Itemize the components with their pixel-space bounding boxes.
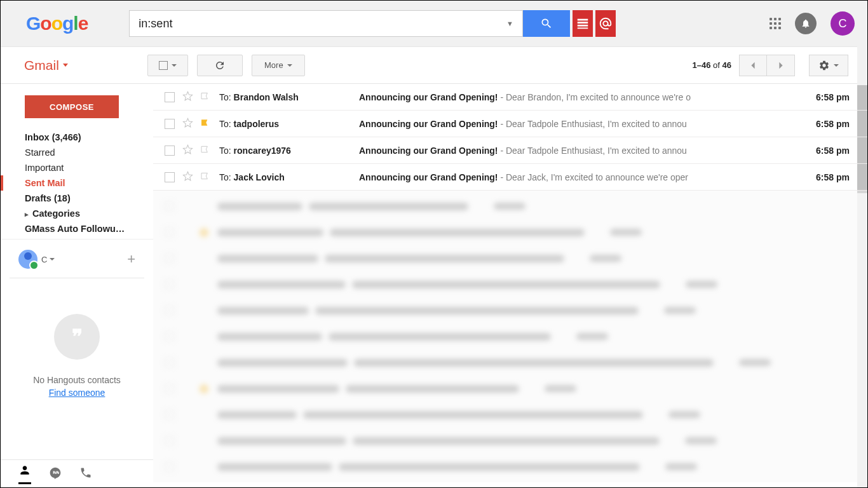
email-row[interactable]: To: Brandon Walsh Announcing our Grand O… bbox=[153, 84, 867, 111]
page-count: 1–46 of 46 bbox=[693, 60, 731, 70]
svg-rect-3 bbox=[578, 27, 588, 29]
label-tag-icon[interactable] bbox=[200, 171, 212, 183]
star-icon[interactable] bbox=[182, 171, 194, 184]
grid-icon bbox=[576, 17, 590, 30]
page-nav bbox=[739, 55, 795, 76]
sidebar-item-4[interactable]: Drafts (18) bbox=[1, 191, 153, 206]
email-subject: Announcing our Grand Opening! - Dear Jac… bbox=[359, 172, 803, 182]
search-container: ▼ bbox=[129, 10, 616, 37]
email-time: 6:58 pm bbox=[816, 92, 850, 102]
sidebar-item-1[interactable]: Starred bbox=[1, 145, 153, 160]
extension-grid-button[interactable] bbox=[573, 10, 593, 37]
email-subject: Announcing our Grand Opening! - Dear Tad… bbox=[359, 119, 803, 129]
header-right: C bbox=[770, 11, 855, 36]
settings-button[interactable] bbox=[809, 55, 848, 76]
hangouts-user-name: C bbox=[41, 255, 55, 264]
chevron-right-icon bbox=[778, 61, 784, 70]
toolbar-actions: More bbox=[147, 55, 305, 76]
row-checkbox[interactable] bbox=[165, 172, 175, 182]
email-subject: Announcing our Grand Opening! - Dear Bra… bbox=[359, 92, 803, 102]
sidebar-item-2[interactable]: Important bbox=[1, 160, 153, 175]
hangouts-quote-icon: ❞ bbox=[54, 314, 100, 360]
search-button[interactable] bbox=[523, 10, 570, 37]
footer-contacts-tab[interactable] bbox=[18, 464, 31, 484]
sidebar-item-3[interactable]: Sent Mail bbox=[1, 175, 153, 191]
extension-at-button[interactable] bbox=[595, 10, 616, 37]
gear-icon bbox=[818, 60, 830, 71]
email-list: To: Brandon Walsh Announcing our Grand O… bbox=[153, 84, 867, 487]
chevron-left-icon bbox=[750, 61, 756, 70]
email-row[interactable]: To: roncarey1976 Announcing our Grand Op… bbox=[153, 137, 867, 164]
search-input[interactable] bbox=[130, 17, 497, 30]
hangouts-user-row[interactable]: C + bbox=[10, 247, 144, 271]
body: COMPOSE Inbox (3,466)StarredImportantSen… bbox=[1, 84, 867, 487]
prev-page-button[interactable] bbox=[739, 55, 767, 76]
label-tag-icon[interactable] bbox=[200, 144, 212, 156]
header: Google ▼ C bbox=[1, 1, 867, 47]
bell-icon bbox=[801, 18, 811, 29]
email-from: To: tadpolerus bbox=[219, 119, 359, 129]
row-checkbox[interactable] bbox=[165, 146, 175, 156]
sidebar-item-6[interactable]: GMass Auto Followu… bbox=[1, 221, 153, 236]
svg-rect-0 bbox=[578, 19, 588, 21]
footer-phone-tab[interactable] bbox=[79, 466, 92, 481]
notifications-button[interactable] bbox=[795, 13, 817, 34]
avatar[interactable]: C bbox=[831, 11, 855, 36]
email-time: 6:58 pm bbox=[816, 146, 850, 156]
phone-icon bbox=[79, 466, 92, 479]
label-tag-icon[interactable] bbox=[200, 91, 212, 103]
hangouts-icon bbox=[49, 466, 62, 479]
email-row[interactable]: To: Jack Lovich Announcing our Grand Ope… bbox=[153, 164, 867, 191]
search-box: ▼ bbox=[129, 10, 523, 37]
next-page-button[interactable] bbox=[767, 55, 795, 76]
row-checkbox[interactable] bbox=[165, 92, 175, 102]
more-button[interactable]: More bbox=[252, 55, 305, 76]
toolbar-right: 1–46 of 46 bbox=[693, 55, 848, 76]
refresh-button[interactable] bbox=[197, 55, 243, 76]
svg-rect-1 bbox=[578, 22, 588, 24]
find-someone-link[interactable]: Find someone bbox=[49, 388, 105, 398]
email-time: 6:58 pm bbox=[816, 172, 850, 182]
compose-button[interactable]: COMPOSE bbox=[25, 95, 119, 118]
apps-icon[interactable] bbox=[770, 18, 781, 29]
gmail-dropdown[interactable]: Gmail bbox=[24, 58, 68, 73]
hangouts-avatar-icon bbox=[18, 250, 37, 269]
star-icon[interactable] bbox=[182, 144, 194, 157]
hangouts-empty: ❞ No Hangouts contacts Find someone bbox=[10, 278, 144, 398]
email-from: To: Brandon Walsh bbox=[219, 92, 359, 102]
sidebar-item-5[interactable]: Categories bbox=[1, 206, 153, 221]
google-logo: Google bbox=[26, 13, 88, 34]
sidebar-item-0[interactable]: Inbox (3,466) bbox=[1, 130, 153, 145]
select-all-dropdown[interactable] bbox=[147, 55, 188, 76]
star-icon[interactable] bbox=[182, 91, 194, 104]
email-from: To: roncarey1976 bbox=[219, 146, 359, 156]
search-icon bbox=[540, 17, 553, 30]
email-from: To: Jack Lovich bbox=[219, 172, 359, 182]
svg-rect-2 bbox=[578, 25, 588, 27]
no-contacts-text: No Hangouts contacts bbox=[10, 375, 144, 385]
footer-hangouts-tab[interactable] bbox=[49, 466, 62, 481]
sidebar: COMPOSE Inbox (3,466)StarredImportantSen… bbox=[1, 84, 153, 487]
email-subject: Announcing our Grand Opening! - Dear Tad… bbox=[359, 146, 803, 156]
person-icon bbox=[18, 464, 31, 477]
blurred-rows bbox=[153, 191, 867, 482]
sidebar-footer bbox=[1, 459, 153, 487]
email-time: 6:58 pm bbox=[816, 119, 850, 129]
row-checkbox[interactable] bbox=[165, 119, 175, 129]
label-tag-icon[interactable] bbox=[200, 118, 212, 130]
hangouts-section: C + ❞ No Hangouts contacts Find someone bbox=[1, 239, 153, 398]
at-icon bbox=[599, 17, 613, 30]
email-row[interactable]: To: tadpolerus Announcing our Grand Open… bbox=[153, 111, 867, 137]
nav: Inbox (3,466)StarredImportantSent MailDr… bbox=[1, 130, 153, 236]
toolbar: Gmail More 1–46 of 46 bbox=[1, 47, 867, 84]
refresh-icon bbox=[214, 60, 226, 71]
hangouts-add-button[interactable]: + bbox=[127, 251, 135, 268]
star-icon[interactable] bbox=[182, 118, 194, 130]
search-options-dropdown[interactable]: ▼ bbox=[497, 20, 522, 27]
